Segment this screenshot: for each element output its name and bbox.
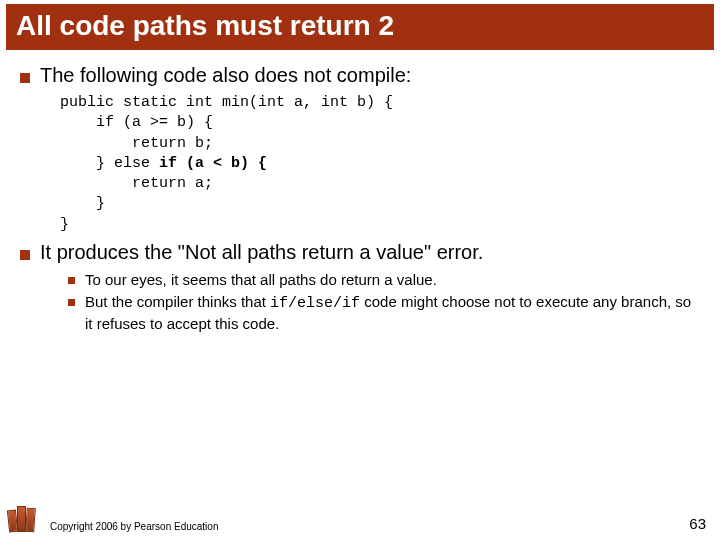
sub-bullet-text: But the compiler thinks that if/else/if … bbox=[85, 292, 700, 335]
code-block: public static int min(int a, int b) { if… bbox=[60, 93, 700, 235]
page-number: 63 bbox=[689, 515, 706, 532]
bullet-text: The following code also does not compile… bbox=[40, 64, 411, 87]
bullet-text: It produces the "Not all paths return a … bbox=[40, 241, 483, 264]
bullet-icon bbox=[68, 299, 75, 306]
sub-bullet-item: To our eyes, it seems that all paths do … bbox=[68, 270, 700, 290]
slide-footer: Copyright 2006 by Pearson Education 63 bbox=[0, 502, 720, 532]
bullet-icon bbox=[20, 73, 30, 83]
slide-body: The following code also does not compile… bbox=[0, 50, 720, 335]
bullet-icon bbox=[68, 277, 75, 284]
copyright-text: Copyright 2006 by Pearson Education bbox=[50, 521, 218, 532]
bullet-icon bbox=[20, 250, 30, 260]
sub-bullet-item: But the compiler thinks that if/else/if … bbox=[68, 292, 700, 335]
sub-bullet-text: To our eyes, it seems that all paths do … bbox=[85, 270, 437, 290]
books-icon bbox=[8, 502, 42, 532]
bullet-item-1: The following code also does not compile… bbox=[20, 64, 700, 87]
footer-left: Copyright 2006 by Pearson Education bbox=[8, 502, 218, 532]
bullet-item-2: It produces the "Not all paths return a … bbox=[20, 241, 700, 264]
slide-title: All code paths must return 2 bbox=[6, 4, 714, 50]
sub-bullet-list: To our eyes, it seems that all paths do … bbox=[68, 270, 700, 335]
